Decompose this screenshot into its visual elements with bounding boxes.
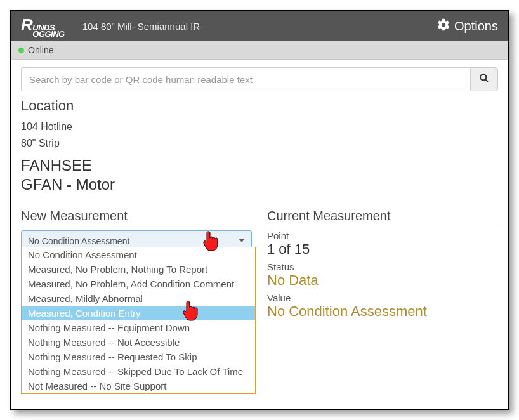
condition-option[interactable]: Measured, Condition Entry: [22, 306, 255, 320]
app-logo: RUNDSOGGING: [21, 15, 65, 37]
app-window: RUNDSOGGING 104 80" Mill- Semiannual IR …: [10, 10, 509, 410]
chevron-down-icon: [239, 239, 245, 242]
search-row: [21, 67, 498, 91]
gear-icon: [437, 18, 450, 35]
divider: [267, 226, 498, 226]
condition-option[interactable]: Not Measured -- No Site Support: [22, 379, 255, 393]
condition-dropdown[interactable]: No Condition AssessmentMeasured, No Prob…: [21, 247, 256, 394]
divider: [21, 117, 498, 117]
condition-option[interactable]: Nothing Measured -- Requested To Skip: [22, 350, 255, 364]
search-input[interactable]: [21, 67, 470, 91]
condition-option[interactable]: Measured, No Problem, Add Condition Comm…: [22, 277, 255, 291]
new-measurement-column: New Measurement No Condition Assessment …: [21, 209, 252, 324]
condition-option[interactable]: Measured, No Problem, Nothing To Report: [22, 262, 255, 277]
condition-option[interactable]: Nothing Measured -- Not Accessible: [22, 335, 255, 350]
condition-option[interactable]: Measured, Mildly Abnormal: [22, 291, 255, 306]
current-measurement-heading: Current Measurement: [267, 209, 498, 223]
status-bar: Online: [11, 41, 508, 60]
point-label: Point: [267, 230, 498, 241]
options-button[interactable]: Options: [437, 18, 498, 35]
svg-line-1: [485, 79, 488, 82]
page-title: 104 80" Mill- Semiannual IR: [82, 21, 437, 32]
condition-option[interactable]: No Condition Assessment: [22, 247, 255, 262]
status-text: Online: [28, 45, 53, 55]
equipment-name: FANHSEE: [21, 157, 498, 174]
svg-point-0: [480, 74, 486, 80]
equipment-sub: GFAN - Motor: [21, 176, 498, 194]
status-label: Status: [267, 261, 498, 272]
divider: [21, 226, 252, 226]
condition-select-value: No Condition Assessment: [28, 236, 129, 246]
status-dot-icon: [18, 48, 24, 53]
options-label: Options: [454, 19, 498, 34]
status-value: No Data: [267, 272, 498, 289]
value-label: Value: [267, 292, 498, 303]
search-button[interactable]: [470, 67, 498, 91]
location-line-2: 80" Strip: [21, 138, 498, 149]
topbar: RUNDSOGGING 104 80" Mill- Semiannual IR …: [11, 11, 508, 41]
content-area: Location 104 Hotline 80" Strip FANHSEE G…: [11, 60, 508, 324]
search-icon: [479, 73, 489, 86]
location-line-1: 104 Hotline: [21, 121, 498, 133]
new-measurement-heading: New Measurement: [21, 209, 252, 223]
location-heading: Location: [21, 98, 498, 114]
condition-option[interactable]: Nothing Measured -- Skipped Due To Lack …: [22, 364, 255, 379]
value-value: No Condition Assessment: [267, 303, 498, 320]
condition-option[interactable]: Nothing Measured -- Equipment Down: [22, 320, 255, 335]
current-measurement-column: Current Measurement Point 1 of 15 Status…: [267, 209, 498, 324]
point-value: 1 of 15: [267, 241, 498, 258]
